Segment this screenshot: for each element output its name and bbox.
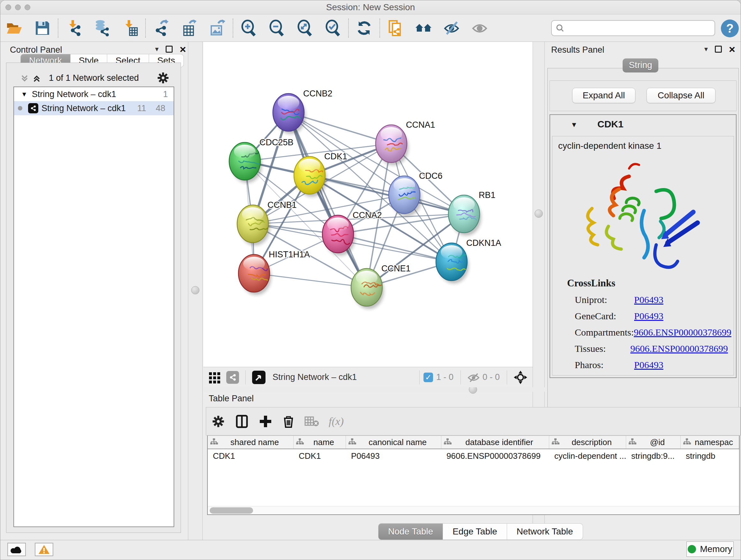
hide-unhide-button[interactable] (437, 17, 466, 39)
protein-structure-image (575, 154, 712, 275)
crosslink-link[interactable]: 9606.ENSP00000378699 (634, 327, 731, 338)
help-button[interactable]: ? (721, 19, 739, 37)
table-header-row: shared namenamecanonical namedatabase id… (208, 436, 739, 449)
hidden-eye-icon[interactable] (467, 372, 480, 383)
zoom-in-button[interactable] (234, 17, 263, 39)
grid-view-icon[interactable] (208, 371, 221, 384)
zoom-out-button[interactable] (263, 17, 291, 39)
expand-all-button[interactable]: Expand All (572, 88, 635, 103)
table-cell[interactable]: 9606.ENSP00000378699 (441, 449, 549, 462)
table-cell[interactable]: P06493 (346, 449, 441, 462)
birds-eye-view-icon[interactable] (514, 370, 528, 384)
network-node-hist1h1a[interactable]: HIST1H1A (239, 250, 310, 295)
delete-column-icon[interactable] (282, 415, 295, 428)
status-bar: Memory (0, 540, 741, 560)
import-table-button[interactable] (116, 17, 144, 39)
open-session-button[interactable] (0, 17, 28, 39)
tab-edge-table[interactable]: Edge Table (443, 523, 507, 540)
control-panel-menu-icon[interactable]: ▾ (155, 45, 158, 53)
export-image-button[interactable] (203, 17, 231, 39)
network-node-ccna1[interactable]: CCNA1 (376, 120, 435, 165)
apply-layout-button[interactable] (350, 17, 378, 39)
column-header[interactable]: canonical name (346, 436, 441, 449)
column-type-icon (210, 437, 218, 447)
column-header[interactable]: name (293, 436, 346, 449)
network-view-toolbar: String Network – cdk1 ✓ 1 - 0 0 - 0 (203, 367, 533, 387)
table-cell[interactable]: stringdb (681, 449, 739, 462)
import-network-database-button[interactable] (88, 17, 116, 39)
network-node-cdc6[interactable]: CDC6 (389, 171, 443, 216)
crosslink-link[interactable]: 9606.ENSP00000378699 (630, 343, 728, 354)
left-splitter[interactable] (188, 42, 203, 540)
column-header[interactable]: @id (626, 436, 681, 449)
tab-network-table[interactable]: Network Table (507, 523, 583, 540)
open-in-window-icon[interactable] (252, 371, 266, 384)
column-header[interactable]: database identifier (441, 436, 549, 449)
results-panel-menu-icon[interactable]: ▾ (704, 45, 708, 53)
show-columns-icon[interactable] (235, 415, 249, 428)
network-node-cdc25b[interactable]: CDC25B (229, 138, 293, 183)
results-panel-title: Results Panel (551, 45, 604, 60)
crosslink-link[interactable]: P06493 (634, 294, 664, 305)
collapse-all-button[interactable]: Collapse All (647, 88, 716, 103)
network-edge[interactable] (288, 112, 367, 287)
gene-section-header[interactable]: ▼ CDK1 (550, 115, 736, 135)
network-node-ccne1[interactable]: CCNE1 (351, 264, 411, 309)
table-cell[interactable]: CDK1 (208, 449, 293, 462)
node-label: HIST1H1A (269, 250, 310, 259)
export-table-button[interactable] (175, 17, 203, 39)
crosslink-link[interactable]: P06493 (634, 311, 664, 321)
search-input[interactable] (567, 23, 711, 34)
column-header[interactable]: namespac (681, 436, 739, 449)
table-cell[interactable]: stringdb:9... (626, 449, 681, 462)
tab-string[interactable]: String (623, 58, 658, 72)
table-cell[interactable]: cyclin-dependent ... (549, 449, 626, 462)
table-options-gear-icon[interactable] (211, 415, 225, 428)
right-splitter-handle[interactable] (535, 209, 543, 218)
delete-table-icon[interactable] (305, 416, 319, 427)
control-panel-close-icon[interactable]: × (180, 46, 186, 53)
results-panel-close-icon[interactable]: × (729, 46, 735, 53)
table-cell[interactable]: CDK1 (293, 449, 346, 462)
left-splitter-handle[interactable] (191, 286, 199, 294)
column-type-icon (295, 437, 304, 447)
network-row-selected[interactable]: String Network – cdk1 11 48 (14, 101, 174, 115)
application-window: Session: New Session (0, 0, 741, 560)
table-horizontal-scrollbar[interactable] (208, 506, 739, 514)
column-header[interactable]: shared name (208, 436, 293, 449)
save-session-button[interactable] (28, 17, 57, 39)
netbar-separator (419, 370, 420, 384)
network-node-cdkn1a[interactable]: CDKN1A (436, 238, 501, 284)
disclosure-triangle-icon[interactable]: ▼ (21, 91, 27, 98)
crosslink-link[interactable]: P06493 (634, 360, 664, 370)
show-view-button[interactable] (466, 17, 494, 39)
tab-node-table[interactable]: Node Table (378, 523, 443, 540)
string-home-button[interactable] (409, 17, 437, 39)
network-canvas[interactable]: CCNB2CCNA1CDC25BCDK1CDC6RB1CCNB1CCNA2CDK… (203, 42, 533, 367)
node-label: CCNA1 (406, 120, 435, 130)
table-row[interactable]: CDK1CDK1P064939606.ENSP00000378699cyclin… (208, 449, 739, 462)
column-header[interactable]: description (549, 436, 626, 449)
add-column-icon[interactable] (259, 415, 273, 428)
warnings-button[interactable] (35, 543, 53, 556)
cloud-status-button[interactable] (7, 543, 26, 556)
network-node-rb1[interactable]: RB1 (448, 190, 495, 236)
scrollbar-thumb[interactable] (210, 507, 253, 514)
network-node-ccnb1[interactable]: CCNB1 (237, 200, 297, 246)
function-builder-icon[interactable]: f(x) (329, 415, 344, 428)
export-network-button[interactable] (147, 17, 175, 39)
gene-name: CDK1 (597, 119, 623, 130)
import-network-file-button[interactable] (60, 17, 88, 39)
network-view-share-icon[interactable] (226, 371, 239, 384)
memory-button[interactable]: Memory (686, 542, 734, 557)
string-import-button[interactable] (381, 17, 409, 39)
zoom-fit-button[interactable] (291, 17, 319, 39)
gene-disclosure-icon[interactable]: ▼ (570, 121, 578, 129)
selected-checkbox-icon[interactable]: ✓ (423, 373, 433, 382)
results-panel-float-icon[interactable] (715, 46, 722, 53)
zoom-selected-button[interactable] (319, 17, 347, 39)
network-options-gear-icon[interactable] (156, 71, 170, 86)
network-node-ccnb2[interactable]: CCNB2 (273, 89, 333, 134)
control-panel-float-icon[interactable] (165, 46, 173, 53)
network-collection-row[interactable]: ▼ String Network – cdk1 1 (14, 87, 174, 101)
